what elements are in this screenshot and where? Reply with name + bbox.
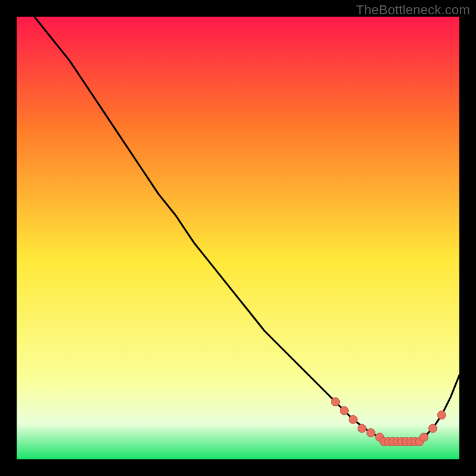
watermark-text: TheBottleneck.com xyxy=(356,2,470,18)
optimal-point-marker xyxy=(419,433,428,441)
optimal-point-marker xyxy=(367,428,375,437)
optimal-point-marker xyxy=(331,397,340,406)
chart-svg xyxy=(17,17,459,459)
chart-stage: TheBottleneck.com xyxy=(0,0,476,476)
optimal-point-marker xyxy=(428,424,437,433)
optimal-point-marker xyxy=(437,411,446,419)
plot-area xyxy=(17,17,459,459)
optimal-point-marker xyxy=(349,415,357,424)
gradient-bg xyxy=(17,17,459,459)
optimal-point-marker xyxy=(340,406,349,415)
optimal-point-marker xyxy=(358,424,366,433)
